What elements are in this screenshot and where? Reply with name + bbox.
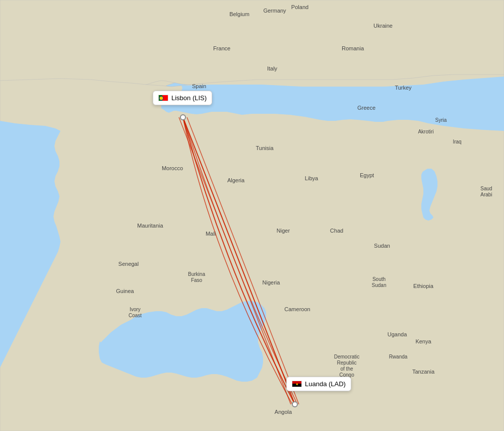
svg-text:Akrotiri: Akrotiri (418, 129, 433, 134)
svg-text:South: South (372, 276, 386, 282)
svg-text:Sudan: Sudan (374, 243, 390, 249)
svg-text:Rwanda: Rwanda (389, 354, 408, 360)
map-container: Poland Belgium Germany Ukraine France Ro… (0, 0, 504, 431)
svg-text:Algeria: Algeria (227, 177, 245, 183)
svg-text:Romania: Romania (342, 45, 364, 51)
svg-point-52 (292, 402, 297, 407)
svg-text:Angola: Angola (275, 409, 292, 415)
svg-text:Saud: Saud (480, 186, 492, 191)
svg-text:Niger: Niger (277, 228, 290, 234)
svg-text:Coast: Coast (129, 313, 142, 318)
svg-text:Greece: Greece (357, 105, 375, 111)
svg-text:Belgium: Belgium (229, 11, 249, 17)
svg-text:Germany: Germany (263, 8, 286, 14)
svg-text:Senegal: Senegal (118, 261, 139, 267)
svg-text:Spain: Spain (192, 83, 206, 89)
svg-text:Guinea: Guinea (116, 288, 134, 294)
svg-text:Tunisia: Tunisia (256, 145, 274, 151)
svg-text:Nigeria: Nigeria (263, 279, 281, 285)
svg-text:Kenya: Kenya (415, 338, 431, 344)
svg-text:Ivory: Ivory (130, 307, 141, 312)
svg-text:Egypt: Egypt (360, 172, 374, 178)
angola-flag (292, 381, 302, 387)
svg-text:Chad: Chad (330, 228, 343, 234)
svg-text:Mauritania: Mauritania (137, 223, 163, 229)
svg-text:Faso: Faso (191, 277, 203, 283)
svg-text:Democratic: Democratic (334, 354, 360, 360)
svg-text:Sudan: Sudan (372, 282, 387, 288)
svg-text:Cameroon: Cameroon (284, 306, 310, 312)
svg-point-51 (180, 115, 185, 120)
svg-text:Tanzania: Tanzania (412, 369, 435, 375)
luanda-label: Luanda (LAD) (305, 380, 346, 388)
svg-text:Italy: Italy (267, 65, 278, 71)
svg-text:of the: of the (340, 366, 353, 372)
lisbon-tooltip: Lisbon (LIS) (153, 91, 212, 105)
svg-text:Ethiopia: Ethiopia (413, 283, 434, 289)
svg-text:Republic: Republic (337, 360, 357, 366)
svg-text:France: France (213, 45, 230, 51)
svg-text:Syria: Syria (435, 117, 447, 123)
svg-text:Libya: Libya (305, 175, 319, 181)
svg-text:Iraq: Iraq (453, 139, 461, 145)
luanda-tooltip: Luanda (LAD) (286, 377, 351, 391)
svg-text:Morocco: Morocco (162, 165, 183, 171)
portugal-flag (158, 95, 168, 101)
svg-text:Poland: Poland (291, 4, 308, 10)
svg-text:Burkina: Burkina (188, 271, 205, 277)
svg-text:Turkey: Turkey (395, 85, 412, 91)
lisbon-label: Lisbon (LIS) (171, 94, 207, 102)
svg-text:Arabi: Arabi (480, 192, 492, 197)
svg-text:Ukraine: Ukraine (373, 23, 393, 29)
svg-text:Mali: Mali (206, 231, 216, 237)
svg-text:Uganda: Uganda (388, 331, 407, 337)
